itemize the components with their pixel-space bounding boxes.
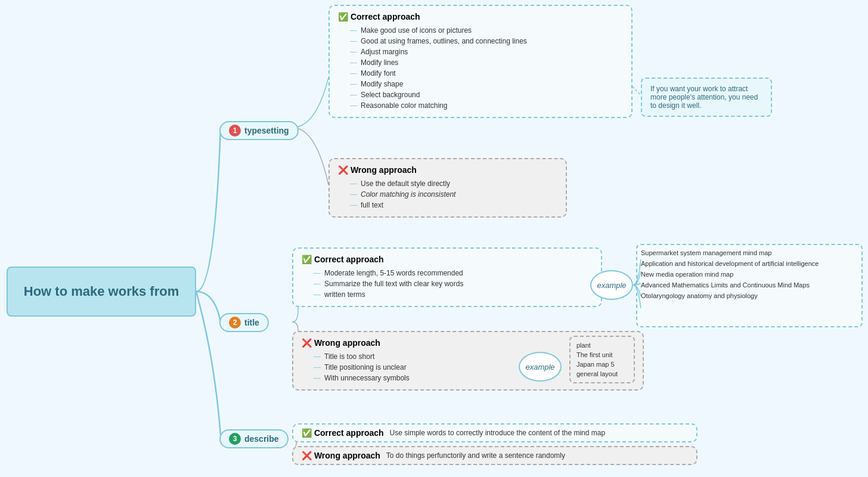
branch-typesetting-label: typesetting	[244, 126, 289, 135]
tooltip-typesetting: If you want your work to attract more pe…	[641, 78, 772, 117]
list-item: Moderate length, 5-15 words recommended	[314, 268, 593, 278]
list-item: Modify shape	[350, 79, 623, 89]
list-item: Modify font	[350, 68, 623, 79]
typesetting-wrong-label: ❌ Wrong approach	[338, 165, 557, 175]
title-correct-label: ✅ Correct approach	[302, 255, 593, 264]
section3-correct: ✅ Correct approach Use simple words to c…	[292, 423, 698, 442]
title-correct-items: Moderate length, 5-15 words recommended …	[314, 268, 593, 300]
correct-examples: Supermarket system management mind map A…	[641, 247, 819, 301]
list-item: New media operation mind map	[641, 269, 819, 280]
list-item: Make good use of icons or pictures	[350, 25, 623, 36]
branch-title-label: title	[244, 318, 259, 327]
branch-num-3: 3	[229, 433, 241, 445]
list-item: Reasonable color matching	[350, 100, 623, 111]
describe-wrong-item: To do things perfunctorily and write a s…	[386, 451, 565, 460]
example-ellipse-correct: example	[590, 270, 633, 300]
branch-num-1: 1	[229, 125, 241, 137]
list-item: written terms	[314, 289, 593, 300]
list-item: Otolaryngology anatomy and physiology	[641, 290, 819, 301]
branch-describe-label: describe	[244, 434, 279, 444]
describe-correct-label: ✅ Correct approach	[302, 428, 384, 438]
list-item: general layout	[576, 369, 628, 379]
section2-correct: ✅ Correct approach Moderate length, 5-15…	[292, 247, 602, 307]
list-item: Advanced Mathematics Limits and Continuo…	[641, 280, 819, 290]
list-item: plant	[576, 340, 628, 350]
branch-num-2: 2	[229, 317, 241, 329]
typesetting-wrong-items: Use the default style directly Color mat…	[350, 178, 557, 210]
typesetting-correct-label: ✅ Correct approach	[338, 12, 623, 21]
list-item: Japan map 5	[576, 360, 628, 369]
branch-describe: 3 describe	[219, 429, 289, 448]
list-item: Application and historical development o…	[641, 258, 819, 269]
list-item: The first unit	[576, 350, 628, 360]
list-item: Color matching is inconsistent	[350, 189, 557, 200]
list-item: Use the default style directly	[350, 178, 557, 189]
central-node: How to make works from	[7, 267, 196, 317]
list-item: Adjust margins	[350, 47, 623, 57]
list-item: Modify lines	[350, 57, 623, 68]
example-ellipse-wrong: example	[519, 352, 562, 382]
section3-wrong: ❌ Wrong approach To do things perfunctor…	[292, 446, 698, 465]
section1-correct: ✅ Correct approach Make good use of icon…	[328, 5, 633, 118]
central-node-text: How to make works from	[24, 284, 179, 299]
list-item: Supermarket system management mind map	[641, 247, 819, 258]
branch-typesetting: 1 typesetting	[219, 121, 299, 140]
typesetting-correct-items: Make good use of icons or pictures Good …	[350, 25, 623, 111]
branch-title: 2 title	[219, 313, 269, 332]
list-item: Good at using frames, outlines, and conn…	[350, 36, 623, 47]
list-item: Select background	[350, 89, 623, 100]
svg-line-0	[633, 86, 641, 95]
list-item: full text	[350, 200, 557, 210]
describe-correct-item: Use simple words to correctly introduce …	[390, 429, 606, 437]
section1-wrong: ❌ Wrong approach Use the default style d…	[328, 158, 567, 218]
wrong-examples: plant The first unit Japan map 5 general…	[569, 336, 635, 383]
describe-wrong-label: ❌ Wrong approach	[302, 451, 380, 460]
list-item: Summarize the full text with clear key w…	[314, 278, 593, 289]
